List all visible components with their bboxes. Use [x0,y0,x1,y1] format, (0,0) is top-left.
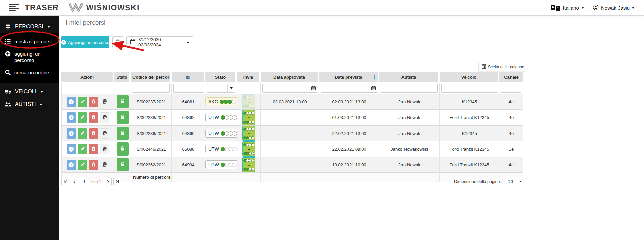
col-invia[interactable]: Invia [237,72,261,83]
table-row: i S/002238/2021 64862 UTW [61,110,523,126]
arrow-down-icon [248,147,250,152]
unlock-button[interactable] [117,142,129,156]
info-button[interactable]: i [67,144,76,154]
pencil-icon [80,99,85,105]
sidebar-item-autisti[interactable]: AUTISTI [0,98,59,111]
edit-button[interactable] [78,112,87,123]
print-button[interactable] [100,112,109,123]
current-page-input[interactable]: 1 [80,178,88,185]
column-chooser-button[interactable]: Scelta delle colonne [478,63,527,71]
filter-data-prevista-input[interactable] [321,84,377,93]
pencil-icon [80,131,85,136]
delete-button[interactable] [89,160,98,170]
page-size-label: Dimensione della pagina: [454,179,501,184]
sidebar-item-label: AUTISTI [15,101,36,107]
filter-codice-input[interactable] [133,84,170,93]
info-icon: i [69,131,74,136]
vehicle-name: K12345 [440,126,499,141]
user-menu[interactable]: Nowak Jasiu [593,4,635,11]
first-page-button[interactable] [61,178,69,185]
col-id[interactable]: Id [172,72,205,83]
last-page-button[interactable] [113,178,121,185]
delete-button[interactable] [89,144,98,154]
send-button [242,94,255,109]
unlock-button[interactable] [117,95,129,108]
prev-page-button[interactable] [71,178,78,185]
sidebar: PERCORSI mostra i percorsi aggiu [0,16,59,240]
printer-icon [102,99,107,105]
status-badge: AKC [205,97,237,106]
planned-date: 01.03.2021 13:00 [319,110,379,126]
page-title: I miei percorsi [66,19,105,26]
print-button[interactable] [100,144,109,154]
next-page-button[interactable] [104,178,112,185]
col-veicolo[interactable]: Veicolo [440,72,499,83]
filter-autista-input[interactable] [381,84,438,93]
printer-icon [102,146,107,152]
edit-button[interactable] [78,144,87,154]
channel: 4e [499,110,523,126]
col-stato-lock[interactable]: Stato [114,72,131,83]
send-button[interactable] [242,141,255,157]
info-button[interactable]: i [67,112,76,123]
info-button[interactable]: i [67,128,76,139]
delete-button[interactable] [89,128,98,139]
sidebar-item-percorsi[interactable]: PERCORSI [0,20,59,33]
unlock-button[interactable] [117,158,129,171]
approved-date: 03.03.2021 13:00 [261,94,319,110]
calendar-icon[interactable] [311,86,316,92]
date-range-picker[interactable]: 31/12/2020 - 02/03/2024 [126,36,193,48]
filter-id-input[interactable] [173,84,203,93]
print-button[interactable] [100,97,109,107]
send-button[interactable] [242,126,255,141]
menu-icon[interactable] [9,3,20,12]
unlock-button[interactable] [117,111,129,124]
planned-date: 19.02.2021 10:00 [319,157,379,173]
col-data-prevista[interactable]: Data prevista [319,72,379,83]
send-button[interactable] [242,157,255,172]
unlock-button[interactable] [117,127,129,140]
col-codice[interactable]: Codice del percorso [131,72,172,83]
col-data-approvata[interactable]: Data approvata [261,72,319,83]
sidebar-item-aggiungi-un-percorso[interactable]: aggiungi un percorso [0,48,59,66]
table-row: i S/002362/2021 64994 UTW [61,157,523,173]
add-route-button[interactable]: + Aggiungi un percorso [61,36,109,48]
delete-button[interactable] [89,97,98,107]
filter-veicolo-input[interactable] [441,84,497,93]
unlock-icon [120,98,125,105]
sidebar-item-veicoli[interactable]: VEICOLI [0,85,59,98]
filter-canale-input[interactable] [501,84,521,93]
info-button[interactable]: i [67,97,76,107]
status-badge: UTW [205,113,237,122]
col-azioni[interactable]: Azioni [61,72,114,83]
filter-data-approvata-input[interactable] [262,84,317,93]
unlock-icon [120,130,125,137]
edit-button[interactable] [78,97,87,107]
print-button[interactable] [100,128,109,139]
sidebar-item-cerca-un-ordine[interactable]: cerca un ordine [0,66,59,79]
sidebar-item-mostra-i-percorsi[interactable]: mostra i percorsi [0,35,59,48]
arrow-down-icon [248,162,250,167]
sidebar-item-label: VEICOLI [15,89,36,95]
driver-name: Jan Nowak [379,94,440,110]
page-size-select[interactable]: 10 [504,177,523,186]
language-menu[interactable]: A* Italiano [551,5,584,11]
calendar-icon[interactable] [371,86,376,92]
send-button[interactable] [242,110,255,125]
col-canale[interactable]: Canale [499,72,523,83]
col-autista[interactable]: Autista [379,72,440,83]
edit-button[interactable] [78,128,87,139]
approved-date [261,110,319,126]
channel: 4e [499,126,523,141]
pagination-bar: 1 con 1 Dimensione della pagina: 10 [61,177,523,186]
filter-stato-select[interactable] [207,84,235,93]
route-id: 64860 [172,126,205,141]
col-stato[interactable]: Stato [205,72,237,83]
edit-button[interactable] [78,160,87,170]
refresh-button[interactable] [112,36,123,48]
columns-icon [482,64,486,70]
delete-button[interactable] [89,112,98,123]
info-button[interactable]: i [67,160,76,170]
print-button[interactable] [100,160,109,170]
chevron-down-icon [40,91,43,93]
